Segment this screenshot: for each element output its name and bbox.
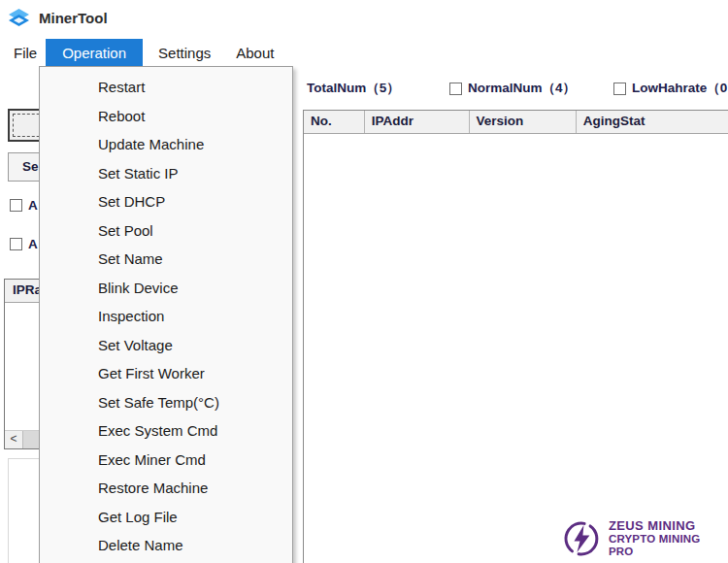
menu-item-restart[interactable]: Restart <box>40 73 292 102</box>
watermark-line2: CRYPTO MINING PRO <box>609 533 728 558</box>
menu-item-reboot[interactable]: Reboot <box>40 102 292 131</box>
menu-item-update-machine[interactable]: Update Machine <box>40 130 292 159</box>
window-title: MinerTool <box>39 10 108 26</box>
column-header-no[interactable]: No. <box>304 111 365 133</box>
menu-item-inspection[interactable]: Inspection <box>40 302 292 331</box>
menu-item-restore-machine[interactable]: Restore Machine <box>40 474 292 503</box>
menu-item-delete-name[interactable]: Delete Name <box>40 531 292 560</box>
app-logo-icon <box>7 7 31 31</box>
menu-item-set-static-ip[interactable]: Set Static IP <box>40 159 292 188</box>
lightning-bolt-icon <box>563 520 600 557</box>
menu-settings[interactable]: Settings <box>149 39 220 66</box>
menu-item-set-dhcp[interactable]: Set DHCP <box>40 187 292 216</box>
watermark-line1: ZEUS MINING <box>609 518 728 533</box>
scroll-left-arrow-icon[interactable]: < <box>5 431 23 448</box>
normal-num-checkbox[interactable] <box>449 83 462 95</box>
left-checkbox-2-label: A <box>28 237 38 251</box>
menu-item-exec-system-cmd[interactable]: Exec System Cmd <box>40 416 292 446</box>
normal-num-label: NormalNum（4） <box>468 80 576 97</box>
left-checkbox-1-label: A <box>28 198 38 213</box>
menu-item-get-first-worker[interactable]: Get First Worker <box>40 359 292 388</box>
menu-item-set-name[interactable]: Set Name <box>40 245 292 274</box>
menu-operation[interactable]: Operation <box>46 39 143 66</box>
low-hashrate-checkbox[interactable] <box>613 83 626 95</box>
menu-item-set-safe-temp[interactable]: Set Safe Temp(°C) <box>40 388 292 417</box>
left-checkbox-2[interactable] <box>10 238 22 250</box>
menu-item-set-voltage[interactable]: Set Voltage <box>40 331 292 360</box>
column-header-agingstat[interactable]: AgingStat <box>577 111 728 133</box>
low-hashrate-label: LowHahrate（0 <box>632 80 727 97</box>
left-checkbox-1[interactable] <box>10 199 22 212</box>
menu-bar: File Operation Settings About <box>0 39 728 66</box>
total-num-label: TotalNum（5） <box>307 80 400 97</box>
miner-table-header-row: No. IPAddr Version AgingStat <box>304 111 728 134</box>
operation-dropdown-menu: Restart Reboot Update Machine Set Static… <box>39 66 293 563</box>
menu-about[interactable]: About <box>226 39 283 66</box>
menu-item-set-pool[interactable]: Set Pool <box>40 216 292 246</box>
menu-item-get-log-file[interactable]: Get Log File <box>40 503 292 532</box>
column-header-ipaddr[interactable]: IPAddr <box>365 111 470 133</box>
title-bar: MinerTool <box>0 0 728 39</box>
menu-item-exec-miner-cmd[interactable]: Exec Miner Cmd <box>40 446 292 475</box>
menu-item-blink-device[interactable]: Blink Device <box>40 274 292 303</box>
menu-file[interactable]: File <box>5 39 46 66</box>
miner-list-table: No. IPAddr Version AgingStat <box>303 110 728 563</box>
zeus-mining-watermark: ZEUS MINING CRYPTO MINING PRO <box>563 518 728 558</box>
column-header-version[interactable]: Version <box>470 111 577 133</box>
